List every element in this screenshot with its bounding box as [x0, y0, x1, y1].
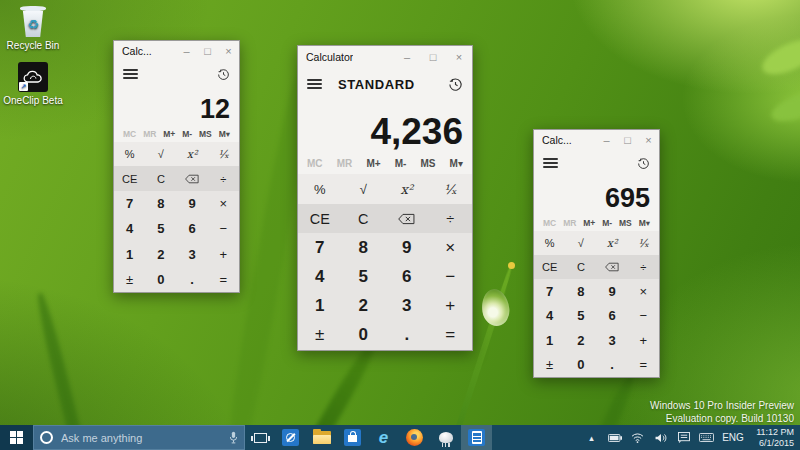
calc-key[interactable]: 2 [342, 292, 386, 321]
memory-button[interactable]: M▾ [219, 129, 230, 139]
calc-key[interactable]: 3 [177, 242, 208, 267]
calc-key[interactable]: 9 [597, 279, 628, 303]
minimize-button[interactable]: – [176, 41, 197, 61]
memory-button[interactable]: MC [123, 129, 136, 139]
calc-key[interactable]: 1 [114, 242, 145, 267]
calc-key[interactable]: ¹⁄ₓ [208, 142, 239, 166]
minimize-button[interactable]: – [596, 130, 617, 150]
keyboard-icon[interactable] [695, 433, 718, 442]
memory-button[interactable]: MS [199, 129, 212, 139]
memory-button[interactable]: M▾ [639, 218, 650, 228]
memory-button[interactable]: MS [420, 158, 435, 169]
calc-key[interactable]: 9 [177, 191, 208, 216]
calc-key[interactable]: ¹⁄ₓ [429, 174, 473, 204]
microphone-icon[interactable] [229, 431, 238, 444]
calc-key[interactable]: CE [534, 255, 565, 279]
calc-key[interactable]: x² [385, 174, 429, 204]
calc-key[interactable]: = [628, 353, 659, 377]
calc-key[interactable]: × [429, 233, 473, 262]
calc-key[interactable]: 9 [385, 233, 429, 262]
calc-key[interactable]: 2 [565, 328, 596, 352]
memory-button[interactable]: MC [543, 218, 556, 228]
calc-key[interactable]: % [534, 231, 565, 255]
calc-key[interactable]: . [597, 353, 628, 377]
backspace-key[interactable] [177, 166, 208, 191]
memory-button[interactable]: MC [307, 158, 323, 169]
calc-key[interactable]: 4 [298, 262, 342, 291]
wifi-icon[interactable] [626, 433, 649, 443]
calc-key[interactable]: 2 [145, 242, 176, 267]
calc-key[interactable]: ÷ [628, 255, 659, 279]
close-button[interactable]: × [638, 130, 659, 150]
calc-key[interactable]: ± [298, 321, 342, 350]
calc-key[interactable]: √ [342, 174, 386, 204]
calc-key[interactable]: 8 [565, 279, 596, 303]
taskbar-pinned-app-icon[interactable] [430, 425, 461, 450]
calc-key[interactable]: 7 [298, 233, 342, 262]
calc-key[interactable]: 0 [342, 321, 386, 350]
calc-key[interactable]: √ [565, 231, 596, 255]
memory-button[interactable]: M- [395, 158, 407, 169]
desktop-icon-oneclip[interactable]: ↗ OneClip Beta [1, 62, 65, 106]
maximize-button[interactable]: □ [420, 46, 446, 68]
calculator-window-right[interactable]: Calc... – □ × 695 MC MR M+ M- MS M▾ % √ … [533, 129, 660, 378]
memory-button[interactable]: M+ [163, 129, 175, 139]
calc-key[interactable]: 7 [534, 279, 565, 303]
taskbar-insider-hub-icon[interactable] [275, 425, 306, 450]
memory-button[interactable]: MR [143, 129, 156, 139]
calc-key[interactable]: 7 [114, 191, 145, 216]
taskbar-file-explorer-icon[interactable] [306, 425, 337, 450]
calc-key[interactable]: 6 [385, 262, 429, 291]
action-center-icon[interactable] [672, 432, 695, 443]
calc-key[interactable]: 3 [385, 292, 429, 321]
calc-key[interactable]: 1 [534, 328, 565, 352]
calc-key[interactable]: 6 [597, 304, 628, 328]
calc-key[interactable]: − [628, 304, 659, 328]
calc-key[interactable]: 3 [597, 328, 628, 352]
taskbar-internet-explorer-icon[interactable]: e [368, 425, 399, 450]
calc-key[interactable]: ± [534, 353, 565, 377]
calc-key[interactable]: 8 [342, 233, 386, 262]
history-icon[interactable] [448, 77, 463, 92]
calc-key[interactable]: + [208, 242, 239, 267]
memory-button[interactable]: M- [182, 129, 192, 139]
memory-button[interactable]: M▾ [450, 158, 463, 169]
calc-key[interactable]: ± [114, 267, 145, 292]
calc-key[interactable]: 0 [145, 267, 176, 292]
calc-key[interactable]: x² [597, 231, 628, 255]
close-button[interactable]: × [446, 46, 472, 68]
taskbar-calculator-icon[interactable] [461, 425, 492, 450]
calc-key[interactable]: 5 [145, 216, 176, 241]
calc-key[interactable]: ¹⁄ₓ [628, 231, 659, 255]
calc-key[interactable]: C [342, 204, 386, 233]
titlebar[interactable]: Calc... – □ × [534, 130, 659, 150]
calc-key[interactable]: − [208, 216, 239, 241]
calculator-window-center[interactable]: Calculator – □ × STANDARD 4,236 MC MR M+… [297, 45, 473, 351]
search-box[interactable]: Ask me anything [33, 425, 245, 450]
taskbar-firefox-icon[interactable] [399, 425, 430, 450]
calc-key[interactable]: 4 [534, 304, 565, 328]
calc-key[interactable]: % [298, 174, 342, 204]
calc-key[interactable]: + [429, 292, 473, 321]
history-icon[interactable] [217, 68, 230, 81]
calc-key[interactable]: CE [114, 166, 145, 191]
speaker-icon[interactable] [649, 433, 672, 443]
calc-key[interactable]: % [114, 142, 145, 166]
calc-key[interactable]: − [429, 262, 473, 291]
calc-key[interactable]: × [208, 191, 239, 216]
backspace-key[interactable] [385, 204, 429, 233]
hamburger-icon[interactable] [307, 79, 322, 89]
hamburger-icon[interactable] [123, 69, 138, 79]
calc-key[interactable]: = [208, 267, 239, 292]
calc-key[interactable]: C [565, 255, 596, 279]
battery-icon[interactable] [603, 434, 626, 442]
calc-key[interactable]: 4 [114, 216, 145, 241]
desktop-icon-recycle-bin[interactable]: ♻ Recycle Bin [1, 6, 65, 51]
calc-key[interactable]: x² [177, 142, 208, 166]
calc-key[interactable]: 6 [177, 216, 208, 241]
calc-key[interactable]: 5 [565, 304, 596, 328]
memory-button[interactable]: M+ [366, 158, 380, 169]
calc-key[interactable]: = [429, 321, 473, 350]
calc-key[interactable]: + [628, 328, 659, 352]
calc-key[interactable]: × [628, 279, 659, 303]
